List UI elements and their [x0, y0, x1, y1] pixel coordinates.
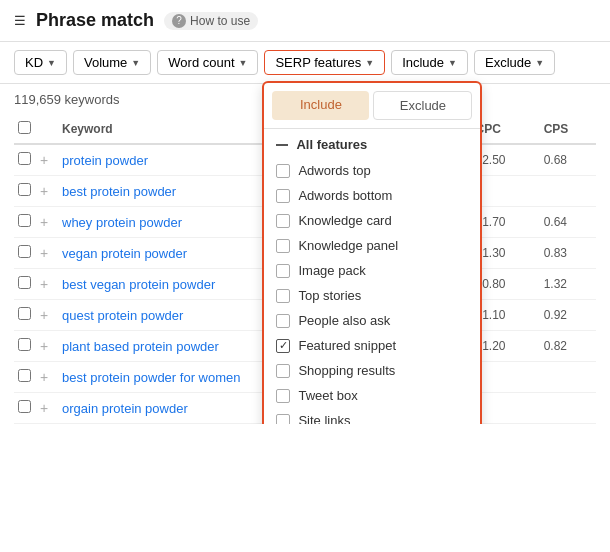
people-also-ask-checkbox[interactable]: [276, 314, 290, 328]
add-icon[interactable]: +: [40, 276, 48, 292]
cps-cell: [536, 176, 596, 207]
list-item[interactable]: Adwords bottom: [264, 183, 480, 208]
row-add-cell: +: [38, 207, 54, 238]
exclude-filter[interactable]: Exclude ▼: [474, 50, 555, 75]
row-checkbox-cell: [14, 393, 38, 424]
keyword-link[interactable]: plant based protein powder: [62, 339, 219, 354]
wordcount-filter[interactable]: Word count ▼: [157, 50, 258, 75]
question-icon: ?: [172, 14, 186, 28]
list-item[interactable]: Tweet box: [264, 383, 480, 408]
kd-arrow-icon: ▼: [47, 58, 56, 68]
shopping-results-checkbox[interactable]: [276, 364, 290, 378]
add-icon[interactable]: +: [40, 400, 48, 416]
kd-filter[interactable]: KD ▼: [14, 50, 67, 75]
filter-bar: KD ▼ Volume ▼ Word count ▼ SERP features…: [0, 42, 610, 84]
include-tab[interactable]: Include: [272, 91, 369, 120]
keyword-link[interactable]: whey protein powder: [62, 215, 182, 230]
all-features-title: All features: [264, 133, 480, 156]
row-checkbox-cell: [14, 331, 38, 362]
how-to-use-button[interactable]: ? How to use: [164, 12, 258, 30]
row-checkbox[interactable]: [18, 183, 31, 196]
row-checkbox[interactable]: [18, 369, 31, 382]
list-item[interactable]: Image pack: [264, 258, 480, 283]
row-add-cell: +: [38, 269, 54, 300]
list-item[interactable]: Knowledge panel: [264, 233, 480, 258]
knowledge-card-checkbox[interactable]: [276, 214, 290, 228]
add-icon[interactable]: +: [40, 214, 48, 230]
cps-cell: 1.32: [536, 269, 596, 300]
list-item[interactable]: Knowledge card: [264, 208, 480, 233]
list-item[interactable]: People also ask: [264, 308, 480, 333]
keyword-link[interactable]: best protein powder for women: [62, 370, 240, 385]
exclude-arrow-icon: ▼: [535, 58, 544, 68]
row-checkbox[interactable]: [18, 245, 31, 258]
add-icon[interactable]: +: [40, 245, 48, 261]
tweet-box-checkbox[interactable]: [276, 389, 290, 403]
adwords-top-checkbox[interactable]: [276, 164, 290, 178]
add-header: [38, 115, 54, 144]
site-links-checkbox[interactable]: [276, 414, 290, 425]
list-item[interactable]: Shopping results: [264, 358, 480, 383]
keyword-link[interactable]: best protein powder: [62, 184, 176, 199]
select-all-header: [14, 115, 38, 144]
page-title: Phrase match: [36, 10, 154, 31]
list-item[interactable]: Site links: [264, 408, 480, 424]
row-add-cell: +: [38, 362, 54, 393]
header: ☰ Phrase match ? How to use: [0, 0, 610, 42]
featured-snippet-checkbox[interactable]: [276, 339, 290, 353]
serp-features-wrapper: SERP features ▼ Include Exclude All feat…: [264, 50, 385, 75]
row-checkbox[interactable]: [18, 214, 31, 227]
add-icon[interactable]: +: [40, 183, 48, 199]
select-all-checkbox[interactable]: [18, 121, 31, 134]
image-pack-checkbox[interactable]: [276, 264, 290, 278]
row-add-cell: +: [38, 176, 54, 207]
top-stories-checkbox[interactable]: [276, 289, 290, 303]
wordcount-arrow-icon: ▼: [239, 58, 248, 68]
row-checkbox-cell: [14, 238, 38, 269]
row-checkbox-cell: [14, 176, 38, 207]
serp-dropdown: Include Exclude All features Adwords top: [262, 81, 482, 424]
row-checkbox-cell: [14, 207, 38, 238]
cps-cell: 0.68: [536, 144, 596, 176]
row-add-cell: +: [38, 238, 54, 269]
serp-arrow-icon: ▼: [365, 58, 374, 68]
knowledge-panel-checkbox[interactable]: [276, 239, 290, 253]
volume-arrow-icon: ▼: [131, 58, 140, 68]
add-icon[interactable]: +: [40, 152, 48, 168]
volume-filter[interactable]: Volume ▼: [73, 50, 151, 75]
serp-features-filter[interactable]: SERP features ▼: [264, 50, 385, 75]
adwords-bottom-checkbox[interactable]: [276, 189, 290, 203]
cps-cell: 0.92: [536, 300, 596, 331]
row-checkbox[interactable]: [18, 338, 31, 351]
list-item[interactable]: Adwords top: [264, 158, 480, 183]
keyword-link[interactable]: quest protein powder: [62, 308, 183, 323]
serp-items-list: Adwords top Adwords bottom Knowledge car…: [264, 156, 480, 424]
row-checkbox[interactable]: [18, 152, 31, 165]
row-checkbox[interactable]: [18, 276, 31, 289]
include-filter[interactable]: Include ▼: [391, 50, 468, 75]
row-add-cell: +: [38, 300, 54, 331]
list-item[interactable]: Top stories: [264, 283, 480, 308]
how-to-use-label: How to use: [190, 14, 250, 28]
keyword-link[interactable]: protein powder: [62, 153, 148, 168]
minus-icon: [276, 144, 288, 146]
add-icon[interactable]: +: [40, 369, 48, 385]
keyword-link[interactable]: vegan protein powder: [62, 246, 187, 261]
list-item[interactable]: Featured snippet: [264, 333, 480, 358]
cps-cell: [536, 393, 596, 424]
serp-tab-row: Include Exclude: [264, 83, 480, 120]
menu-icon[interactable]: ☰: [14, 13, 26, 28]
cps-cell: [536, 362, 596, 393]
row-checkbox-cell: [14, 362, 38, 393]
keyword-link[interactable]: best vegan protein powder: [62, 277, 215, 292]
row-checkbox[interactable]: [18, 307, 31, 320]
row-checkbox[interactable]: [18, 400, 31, 413]
row-checkbox-cell: [14, 300, 38, 331]
add-icon[interactable]: +: [40, 338, 48, 354]
exclude-tab[interactable]: Exclude: [373, 91, 472, 120]
add-icon[interactable]: +: [40, 307, 48, 323]
keyword-link[interactable]: orgain protein powder: [62, 401, 188, 416]
row-checkbox-cell: [14, 269, 38, 300]
cps-cell: 0.64: [536, 207, 596, 238]
row-add-cell: +: [38, 144, 54, 176]
